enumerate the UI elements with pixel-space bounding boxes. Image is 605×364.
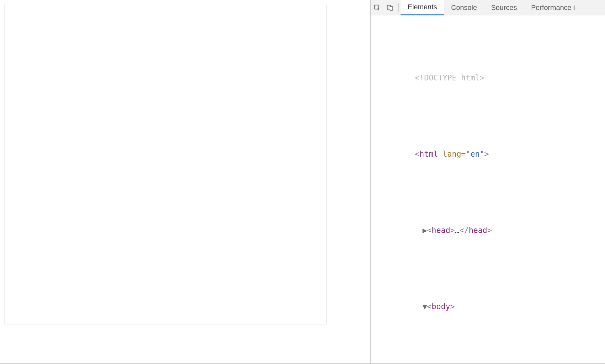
svg-rect-2: [390, 6, 393, 10]
dom-line-html-open[interactable]: <html lang="en">: [371, 138, 605, 170]
dom-line-doctype[interactable]: <!DOCTYPE html>: [371, 62, 605, 94]
device-toolbar-icon[interactable]: [384, 0, 396, 15]
html-lang-attr: lang: [443, 150, 461, 159]
toolbar-separator: [398, 3, 399, 12]
doctype-text: <!DOCTYPE html>: [415, 73, 485, 82]
tab-elements[interactable]: Elements: [401, 0, 444, 15]
rendered-page-area: [0, 0, 370, 364]
tab-performance[interactable]: Performance i: [524, 0, 582, 15]
head-tag-close: head: [469, 226, 487, 235]
expand-arrow-icon[interactable]: ▶: [423, 225, 427, 236]
head-tag-open: head: [432, 226, 450, 235]
html-tag: html: [419, 150, 438, 159]
devtools-panel: Elements Console Sources Performance i <…: [370, 0, 605, 364]
devtools-toolbar: Elements Console Sources Performance i: [371, 0, 605, 15]
collapse-arrow-icon[interactable]: ▼: [423, 301, 427, 312]
head-ellipsis: …: [455, 226, 459, 235]
body-tag-open: body: [432, 302, 450, 311]
tab-sources[interactable]: Sources: [484, 0, 524, 15]
inspect-element-icon[interactable]: [371, 0, 384, 15]
dom-line-body-open[interactable]: ▼<body>: [371, 290, 605, 323]
dom-line-head[interactable]: ▶<head>…</head>: [371, 214, 605, 247]
dom-tree[interactable]: <!DOCTYPE html> <html lang="en"> ▶<head>…: [371, 15, 605, 364]
canvas-element-preview[interactable]: [4, 4, 327, 324]
tab-console[interactable]: Console: [444, 0, 484, 15]
html-lang-value: "en": [466, 150, 485, 159]
